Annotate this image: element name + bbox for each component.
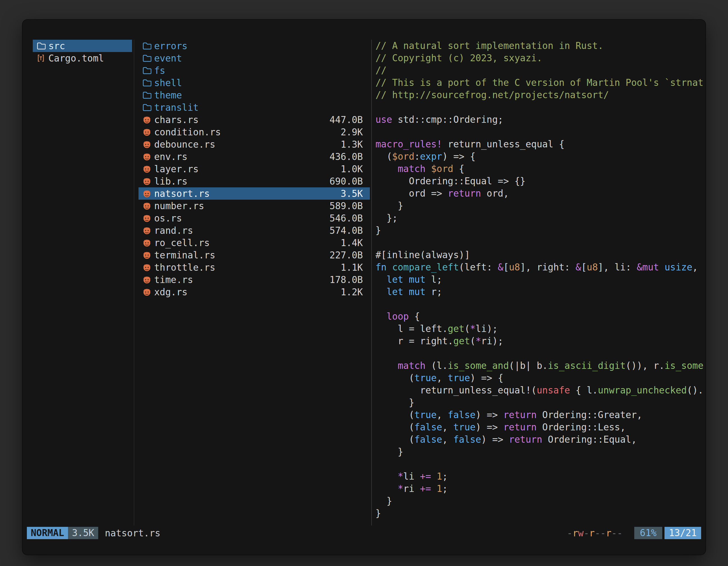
file-name: rand.rs: [154, 225, 193, 236]
file-name: natsort.rs: [154, 188, 210, 199]
code-line: Ordering::Equal => {}: [375, 175, 706, 187]
code-line: r = right.get(*ri);: [375, 335, 706, 347]
status-filename: natsort.rs: [105, 528, 161, 539]
code-line: }: [375, 396, 706, 409]
file-name: event: [154, 53, 182, 64]
code-line: fn compare_left(left: &[u8], right: &[u8…: [375, 261, 706, 274]
file-size: 1.0K: [341, 164, 363, 175]
folder-row[interactable]: src: [33, 40, 132, 52]
file-size: 227.0B: [330, 250, 363, 261]
code-line: let mut r;: [375, 286, 706, 298]
code-line: ord => return ord,: [375, 187, 706, 200]
code-line: l = left.get(*li);: [375, 323, 706, 335]
code-line: }: [375, 495, 706, 507]
file-name: errors: [154, 41, 187, 51]
rust-icon: [142, 177, 154, 186]
file-manager-window: srcCargo.toml errorseventfsshellthemetra…: [22, 20, 706, 555]
status-bar: NORMAL 3.5K natsort.rs -rw-r--r-- 61% 13…: [27, 527, 701, 539]
preview-pane: // A natural sort implementation in Rust…: [372, 40, 706, 525]
rust-icon: [142, 275, 154, 284]
rust-icon: [142, 226, 154, 235]
toml-icon: [37, 54, 48, 63]
file-row[interactable]: natsort.rs3.5K: [138, 187, 370, 200]
file-row[interactable]: rand.rs574.0B: [138, 224, 370, 237]
file-name: condition.rs: [154, 127, 221, 138]
file-row[interactable]: os.rs546.0B: [138, 212, 370, 224]
file-row[interactable]: condition.rs2.9K: [138, 126, 370, 138]
folder-row[interactable]: shell: [138, 77, 370, 89]
file-name: lib.rs: [154, 176, 187, 187]
folder-icon: [142, 54, 154, 62]
file-name: env.rs: [154, 151, 187, 162]
folder-icon: [142, 91, 154, 99]
rust-icon: [142, 140, 154, 149]
current-pane: errorseventfsshellthemetranslitchars.rs4…: [138, 40, 370, 525]
file-row[interactable]: terminal.rs227.0B: [138, 249, 370, 261]
file-row[interactable]: chars.rs447.0B: [138, 114, 370, 126]
file-row[interactable]: env.rs436.0B: [138, 151, 370, 163]
code-line: [375, 237, 706, 249]
file-name: theme: [154, 90, 182, 101]
folder-row[interactable]: errors: [138, 40, 370, 52]
file-name: os.rs: [154, 213, 182, 224]
code-line: }: [375, 224, 706, 237]
code-line: [375, 347, 706, 360]
code-line: // Copyright (c) 2023, sxyazi.: [375, 52, 706, 64]
code-line: let mut l;: [375, 274, 706, 286]
rust-icon: [142, 201, 154, 210]
code-line: }: [375, 446, 706, 458]
file-size: 574.0B: [330, 225, 363, 236]
code-line: [375, 298, 706, 310]
permissions: -rw-r--r--: [567, 528, 623, 539]
folder-row[interactable]: theme: [138, 89, 370, 101]
rust-icon: [142, 263, 154, 272]
file-row[interactable]: number.rs589.0B: [138, 200, 370, 212]
file-row[interactable]: throttle.rs1.1K: [138, 261, 370, 274]
code-line: // http://sourcefrog.net/projects/natsor…: [375, 89, 706, 101]
scroll-percent-badge: 61%: [634, 527, 662, 539]
file-name: Cargo.toml: [48, 53, 104, 64]
status-right-group: -rw-r--r-- 61% 13/21: [567, 527, 701, 539]
code-line: (true, false) => return Ordering::Greate…: [375, 409, 706, 421]
file-name: shell: [154, 78, 182, 88]
code-line: // A natural sort implementation in Rust…: [375, 40, 706, 52]
file-name: throttle.rs: [154, 262, 215, 273]
rust-icon: [142, 238, 154, 247]
file-size: 1.4K: [341, 238, 363, 248]
file-name: layer.rs: [154, 164, 199, 175]
code-line: return_unless_equal!(unsafe { l.unwrap_u…: [375, 384, 706, 396]
folder-row[interactable]: fs: [138, 64, 370, 77]
file-row[interactable]: time.rs178.0B: [138, 274, 370, 286]
file-size: 447.0B: [330, 114, 363, 125]
file-row[interactable]: Cargo.toml: [33, 52, 132, 64]
code-line: match $ord {: [375, 163, 706, 175]
file-size: 546.0B: [330, 213, 363, 224]
file-row[interactable]: debounce.rs1.3K: [138, 138, 370, 151]
file-row[interactable]: lib.rs690.0B: [138, 175, 370, 187]
rust-icon: [142, 287, 154, 296]
file-name: src: [48, 41, 65, 51]
file-size: 2.9K: [341, 127, 363, 138]
code-line: (false, false) => return Ordering::Equal…: [375, 433, 706, 446]
file-row[interactable]: xdg.rs1.2K: [138, 286, 370, 298]
rust-icon: [142, 214, 154, 223]
file-size: 1.2K: [341, 286, 363, 297]
code-line: match (l.is_some_and(|b| b.is_ascii_digi…: [375, 360, 706, 372]
code-line: macro_rules! return_unless_equal {: [375, 138, 706, 151]
folder-row[interactable]: translit: [138, 101, 370, 114]
file-name: translit: [154, 102, 199, 113]
rust-icon: [142, 152, 154, 161]
file-name: fs: [154, 65, 165, 76]
rust-icon: [142, 128, 154, 137]
rust-icon: [142, 165, 154, 173]
file-size: 690.0B: [330, 176, 363, 187]
rust-icon: [142, 189, 154, 198]
code-line: *ri += 1;: [375, 483, 706, 495]
file-row[interactable]: ro_cell.rs1.4K: [138, 237, 370, 249]
file-size: 436.0B: [330, 151, 363, 162]
code-line: };: [375, 212, 706, 224]
file-name: terminal.rs: [154, 250, 215, 261]
file-row[interactable]: layer.rs1.0K: [138, 163, 370, 175]
folder-row[interactable]: event: [138, 52, 370, 64]
code-line: //: [375, 64, 706, 77]
